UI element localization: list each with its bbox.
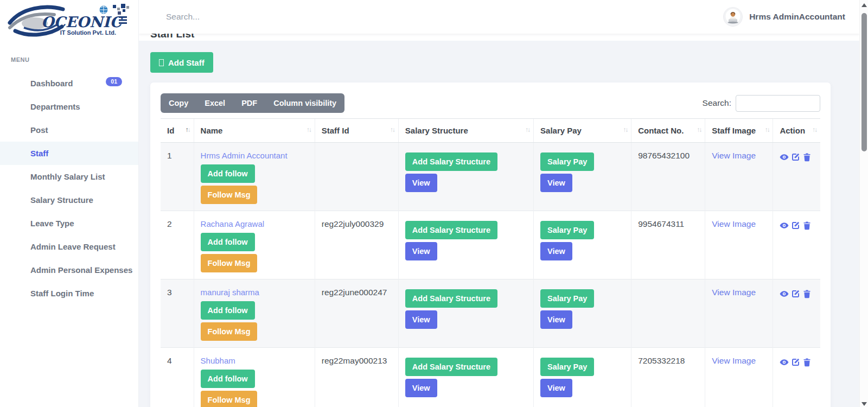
add-follow-button[interactable]: Add follow: [201, 370, 255, 388]
salary-pay-button[interactable]: Salary Pay: [540, 358, 594, 376]
edit-icon[interactable]: [791, 152, 800, 162]
cell-salary-structure: Add Salary Structure View: [398, 143, 533, 211]
follow-msg-button[interactable]: Follow Msg: [201, 254, 258, 272]
scroll-up-arrow-icon[interactable]: [861, 3, 867, 7]
sidebar-item[interactable]: Leave Type: [0, 212, 138, 235]
sidebar-item-label: Monthly Salary List: [30, 172, 105, 181]
view-salary-structure-button[interactable]: View: [405, 379, 437, 397]
add-salary-structure-button[interactable]: Add Salary Structure: [405, 289, 497, 308]
add-follow-button[interactable]: Add follow: [201, 164, 255, 183]
sidebar-item[interactable]: Admin Personal Expenses: [0, 258, 138, 282]
sidebar-item[interactable]: Dashboard 01: [0, 72, 138, 95]
view-eye-icon[interactable]: [780, 289, 789, 298]
column-header-label: Action: [780, 126, 805, 135]
edit-icon[interactable]: [791, 221, 800, 230]
sidebar-item[interactable]: Staff Login Time: [0, 282, 138, 305]
add-salary-structure-button[interactable]: Add Salary Structure: [405, 358, 497, 376]
brand-logo[interactable]: OCEONIC IT Solution Pvt. Ltd.: [0, 0, 138, 40]
svg-text:OCEONIC: OCEONIC: [41, 14, 123, 30]
column-header[interactable]: Staff Id ↑↓: [315, 119, 398, 143]
user-menu[interactable]: Hrms AdminAccountant: [723, 7, 845, 27]
edit-icon[interactable]: [791, 358, 800, 367]
staff-name-link[interactable]: Shubham: [201, 356, 235, 365]
view-eye-icon[interactable]: [780, 221, 789, 230]
add-staff-button[interactable]: Add Staff: [150, 52, 213, 73]
view-image-link[interactable]: View Image: [712, 356, 756, 365]
delete-trash-icon[interactable]: [802, 152, 812, 162]
staff-name-link[interactable]: Hrms Admin Accountant: [201, 151, 288, 160]
cell-staff-image: View Image: [705, 279, 773, 348]
table-search: Search:: [703, 95, 820, 112]
sort-arrows-icon: ↑↓: [812, 126, 816, 133]
sort-arrows-icon: ↑↓: [525, 126, 529, 133]
datatable-export-button[interactable]: Copy: [161, 93, 196, 113]
cell-salary-pay: Salary Pay View: [534, 348, 631, 407]
export-button-group: Copy Excel PDF Column visibility: [161, 93, 344, 113]
view-salary-pay-button[interactable]: View: [540, 242, 572, 260]
column-header-label: Staff Id: [322, 126, 349, 135]
view-image-link[interactable]: View Image: [712, 219, 756, 228]
vertical-scrollbar[interactable]: [859, 0, 868, 407]
column-header[interactable]: Id ↑↓: [161, 119, 194, 143]
cell-staff-id: reg22june000247: [315, 279, 398, 348]
cell-salary-structure: Add Salary Structure View: [398, 211, 533, 279]
add-follow-button[interactable]: Add follow: [201, 301, 255, 320]
svg-text:IT Solution Pvt. Ltd.: IT Solution Pvt. Ltd.: [60, 29, 116, 36]
view-image-link[interactable]: View Image: [712, 288, 756, 297]
add-salary-structure-button[interactable]: Add Salary Structure: [405, 221, 497, 239]
follow-msg-button[interactable]: Follow Msg: [201, 186, 258, 204]
sidebar-item[interactable]: Salary Structure: [0, 188, 138, 212]
staff-name-link[interactable]: Rachana Agrawal: [201, 219, 265, 228]
global-search-input[interactable]: [165, 11, 393, 22]
salary-pay-button[interactable]: Salary Pay: [540, 152, 594, 171]
view-eye-icon[interactable]: [780, 358, 789, 367]
follow-msg-button[interactable]: Follow Msg: [201, 391, 258, 407]
view-salary-structure-button[interactable]: View: [405, 310, 437, 329]
column-header-label: Contact No.: [638, 126, 684, 135]
table-row: 4 Shubham Add follow Follow Msg reg22may…: [161, 348, 820, 407]
column-header[interactable]: Name ↑↓: [194, 119, 315, 143]
staff-name-link[interactable]: manuraj sharma: [201, 288, 259, 297]
sidebar-item[interactable]: Staff: [0, 142, 138, 165]
view-eye-icon[interactable]: [780, 152, 789, 162]
cell-staff-id: reg22july000329: [315, 211, 398, 279]
datatable-export-button[interactable]: Column visibility: [265, 93, 344, 113]
salary-pay-button[interactable]: Salary Pay: [540, 221, 594, 239]
column-header[interactable]: Salary Pay ↑↓: [534, 119, 631, 143]
delete-trash-icon[interactable]: [802, 289, 812, 298]
cell-salary-pay: Salary Pay View: [534, 211, 631, 279]
edit-icon[interactable]: [791, 289, 800, 298]
column-header[interactable]: Staff Image ↑↓: [705, 119, 773, 143]
view-salary-pay-button[interactable]: View: [540, 310, 572, 329]
datatable-export-button[interactable]: Excel: [196, 93, 233, 113]
delete-trash-icon[interactable]: [802, 221, 812, 230]
sidebar-item-label: Departments: [30, 102, 80, 111]
table-toolbar: Copy Excel PDF Column visibility Search:: [161, 93, 820, 113]
sidebar-item[interactable]: Monthly Salary List: [0, 165, 138, 188]
column-header[interactable]: Salary Structure ↑↓: [398, 119, 533, 143]
column-header[interactable]: Contact No. ↑↓: [631, 119, 705, 143]
scroll-down-arrow-icon[interactable]: [861, 402, 867, 406]
view-image-link[interactable]: View Image: [712, 151, 756, 160]
sort-arrows-icon: ↑↓: [307, 126, 311, 133]
cell-id: 1: [161, 143, 194, 211]
table-search-input[interactable]: [736, 95, 820, 112]
add-salary-structure-button[interactable]: Add Salary Structure: [405, 152, 497, 171]
view-salary-structure-button[interactable]: View: [405, 174, 437, 192]
view-salary-structure-button[interactable]: View: [405, 242, 437, 260]
view-salary-pay-button[interactable]: View: [540, 174, 572, 192]
sort-arrows-icon: ↑↓: [390, 126, 394, 133]
sidebar-item[interactable]: Post: [0, 118, 138, 142]
follow-msg-button[interactable]: Follow Msg: [201, 322, 258, 341]
add-follow-button[interactable]: Add follow: [201, 233, 255, 251]
sidebar-item[interactable]: Admin Leave Request: [0, 235, 138, 258]
view-salary-pay-button[interactable]: View: [540, 379, 572, 397]
cell-contact: 98765432100: [631, 143, 705, 211]
column-header[interactable]: Action ↑↓: [773, 119, 820, 143]
sidebar-item[interactable]: Departments: [0, 95, 138, 118]
salary-pay-button[interactable]: Salary Pay: [540, 289, 594, 308]
scrollbar-thumb[interactable]: [861, 13, 867, 151]
datatable-export-button[interactable]: PDF: [233, 93, 265, 113]
delete-trash-icon[interactable]: [802, 358, 812, 367]
sidebar-item-badge: 01: [106, 77, 122, 86]
